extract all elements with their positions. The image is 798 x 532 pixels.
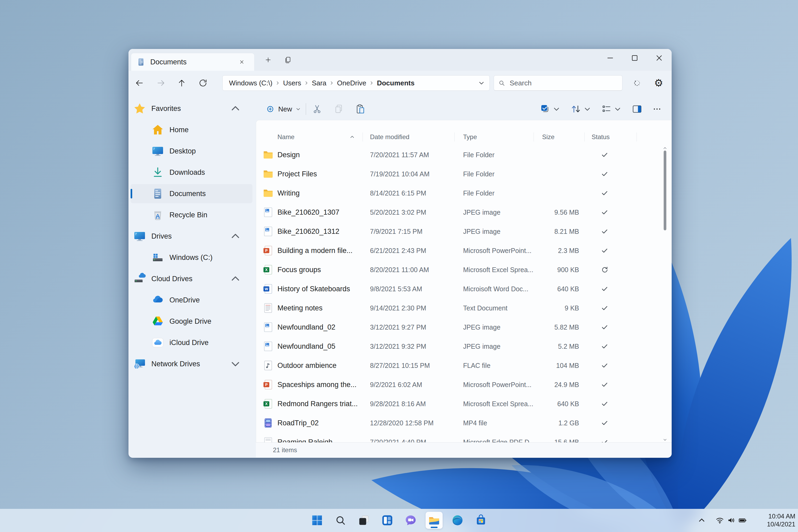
file-row[interactable]: Newfoundland_053/12/2021 9:32 PMJPEG ima… [256, 337, 655, 356]
file-row[interactable]: Bike_210620_13075/20/2021 3:02 PMJPEG im… [256, 203, 655, 222]
cut-button[interactable] [310, 102, 324, 116]
file-row[interactable]: RoadTrip_0212/28/2020 12:58 PMMP4 file1.… [256, 413, 655, 433]
breadcrumb-segment[interactable]: Windows (C:\) [226, 79, 275, 87]
minimize-button[interactable] [604, 51, 617, 65]
taskbar-task-view-button[interactable] [355, 512, 373, 529]
hidden-icons-button[interactable] [696, 514, 707, 526]
file-name[interactable]: Bike_210620_1307 [278, 203, 359, 222]
sidebar-item-downloads[interactable]: Downloads [131, 163, 252, 182]
settings-button[interactable]: ⚙ [652, 76, 665, 90]
scrollbar-thumb[interactable] [664, 151, 666, 230]
breadcrumb-segment[interactable]: Sara [309, 79, 329, 87]
scroll-down-icon[interactable] [663, 437, 667, 442]
scroll-up-icon[interactable] [663, 146, 667, 151]
wifi-button[interactable] [714, 514, 726, 526]
file-row[interactable]: PSpaceships among the...9/2/2021 6:02 AM… [256, 375, 655, 394]
maximize-button[interactable] [628, 51, 641, 65]
file-row[interactable]: Design7/20/2021 11:57 AMFile Folder [256, 145, 655, 165]
file-row[interactable]: WHistory of Skateboards9/8/2021 5:53 AMM… [256, 279, 655, 299]
file-name[interactable]: RoadTrip_02 [278, 413, 359, 433]
file-row[interactable]: Writing8/14/2021 6:15 PMFile Folder [256, 184, 655, 203]
file-name[interactable]: Focus groups [278, 260, 359, 279]
vertical-scrollbar[interactable] [662, 145, 668, 443]
close-button[interactable] [652, 51, 666, 65]
file-name[interactable]: Roaming Raleigh [278, 433, 359, 443]
chevron-up-icon[interactable] [229, 230, 242, 243]
file-name[interactable]: Building a modern file... [278, 241, 359, 260]
view-button[interactable] [600, 102, 613, 116]
search-box[interactable] [494, 75, 623, 91]
sidebar-item-favorites[interactable]: Favorites [131, 99, 252, 118]
file-row[interactable]: Roaming Raleigh7/20/2021 4:40 PMMicrosof… [256, 433, 655, 443]
file-row[interactable]: Meeting notes9/14/2021 2:30 PMText Docum… [256, 299, 655, 318]
more-options-button[interactable] [650, 102, 664, 116]
tab-actions-button[interactable] [281, 53, 295, 66]
chevron-down-icon[interactable] [613, 105, 622, 113]
file-row[interactable]: XFocus groups8/20/2021 11:00 AMMicrosoft… [256, 260, 655, 279]
file-row[interactable]: Outdoor ambience8/27/2021 10:15 PMFLAC f… [256, 356, 655, 375]
chevron-down-icon[interactable] [552, 105, 561, 113]
file-name[interactable]: Newfoundland_05 [278, 337, 359, 356]
sidebar-item-home[interactable]: Home [131, 120, 252, 139]
sidebar-item-icloud-drive[interactable]: iCloud Drive [131, 333, 252, 352]
file-name[interactable]: Meeting notes [278, 299, 359, 318]
column-divider[interactable] [584, 132, 585, 141]
column-header-date[interactable]: Date modified [370, 130, 410, 145]
file-name[interactable]: Outdoor ambience [278, 356, 359, 375]
sidebar-item-documents[interactable]: Documents [131, 184, 252, 203]
sidebar-item-drives[interactable]: Drives [131, 227, 252, 246]
chevron-up-icon[interactable] [229, 102, 242, 115]
new-button[interactable]: New [262, 101, 305, 117]
sidebar-item-windows-c[interactable]: Windows (C:) [131, 248, 252, 267]
file-name[interactable]: Bike_210620_1312 [278, 222, 359, 241]
file-row[interactable]: Bike_210620_13127/9/2021 7:15 PMJPEG ima… [256, 222, 655, 241]
column-header-status[interactable]: Status [592, 130, 610, 145]
file-row[interactable]: Project Files7/19/2021 10:04 AMFile Fold… [256, 165, 655, 184]
file-name[interactable]: Design [278, 145, 359, 165]
breadcrumb-segment[interactable]: OneDrive [334, 79, 369, 87]
file-row[interactable]: PBuilding a modern file...6/21/2021 2:43… [256, 241, 655, 260]
explorer-tab[interactable]: Documents [131, 53, 254, 71]
sidebar-item-recycle-bin[interactable]: Recycle Bin [131, 205, 252, 225]
file-name[interactable]: Writing [278, 184, 359, 203]
file-name[interactable]: Project Files [278, 165, 359, 184]
paste-button[interactable] [354, 102, 367, 116]
taskbar-file-explorer-button[interactable] [425, 512, 443, 529]
chevron-down-icon[interactable] [229, 358, 242, 370]
column-divider[interactable] [454, 132, 455, 141]
breadcrumb-segment[interactable]: Documents [374, 79, 417, 87]
taskbar-edge-button[interactable] [449, 512, 466, 529]
details-pane-button[interactable] [630, 102, 644, 116]
taskbar-widgets-button[interactable] [379, 512, 396, 529]
taskbar-store-button[interactable] [472, 512, 490, 529]
volume-button[interactable] [725, 514, 737, 526]
sync-spinner-button[interactable] [630, 76, 644, 90]
search-input[interactable] [509, 79, 611, 88]
forward-button[interactable] [154, 76, 168, 90]
back-button[interactable] [133, 76, 146, 90]
file-name[interactable]: Redmond Rangers triat... [278, 394, 359, 413]
file-name[interactable]: Newfoundland_02 [278, 318, 359, 337]
sort-button[interactable] [569, 102, 583, 116]
sidebar-item-cloud-drives[interactable]: Cloud Drives [131, 269, 252, 288]
sidebar-item-network-drives[interactable]: Network Drives [131, 354, 252, 374]
file-row[interactable]: Newfoundland_023/12/2021 9:27 PMJPEG ima… [256, 318, 655, 337]
column-header-type[interactable]: Type [463, 130, 477, 145]
sidebar-item-google-drive[interactable]: Google Drive [131, 312, 252, 331]
chevron-up-icon[interactable] [229, 272, 242, 285]
file-name[interactable]: History of Skateboards [278, 279, 359, 299]
chevron-down-icon[interactable] [478, 79, 485, 87]
sidebar-item-onedrive[interactable]: OneDrive [131, 290, 252, 310]
select-all-button[interactable] [539, 102, 552, 116]
taskbar-start-button[interactable] [308, 512, 326, 529]
chevron-down-icon[interactable] [583, 105, 592, 113]
column-divider[interactable] [636, 132, 637, 141]
up-button[interactable] [175, 76, 188, 90]
file-name[interactable]: Spaceships among the... [278, 375, 359, 394]
column-header-size[interactable]: Size [542, 130, 555, 145]
tab-close-icon[interactable] [237, 57, 246, 66]
taskbar-search-button[interactable] [332, 512, 349, 529]
breadcrumb[interactable]: Windows (C:\)UsersSaraOneDriveDocuments [222, 75, 490, 91]
column-header-name[interactable]: Name [278, 130, 294, 145]
copy-button[interactable] [332, 102, 345, 116]
